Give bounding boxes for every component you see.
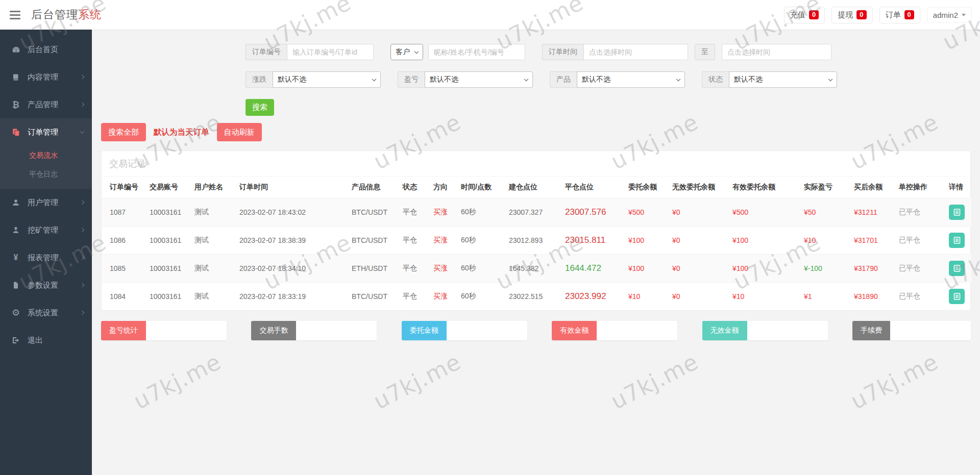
- logout-icon: [10, 336, 21, 344]
- main-content: 订单编号 客户 订单时间 至 涨跌默认不选盈亏默认不选产品默认不选状态默认不选: [92, 30, 980, 475]
- summary-row: 盈亏统计交易手数委托金额有效金额无效金额手续费: [101, 321, 971, 340]
- summary-label: 有效金额: [552, 321, 597, 340]
- header-stat-recharge[interactable]: 充值0: [784, 7, 825, 23]
- search-button[interactable]: 搜索: [246, 99, 274, 116]
- column-header: 用户姓名: [191, 177, 236, 198]
- filter-select-group: 盈亏默认不选: [398, 71, 533, 88]
- chevron-down-icon: [414, 49, 419, 54]
- title-accent: 系统: [78, 8, 102, 21]
- summary-input[interactable]: [747, 321, 828, 340]
- count-badge: 0: [809, 10, 819, 19]
- header-stat-order[interactable]: 订单0: [879, 7, 920, 23]
- params-icon: [10, 281, 21, 289]
- sidebar-item[interactable]: 内容管理: [0, 63, 92, 91]
- sidebar-subitem[interactable]: 平仓日志: [0, 165, 92, 184]
- title-primary: 后台管理: [31, 8, 78, 21]
- summary-label: 手续费: [852, 321, 890, 340]
- column-header: 委托余额: [625, 177, 669, 198]
- sidebar: 后台首页内容管理₿产品管理订单管理交易流水平仓日志用户管理挖矿管理¥报表管理参数…: [0, 30, 92, 475]
- user-icon: [10, 198, 21, 207]
- summary-label: 委托金额: [402, 321, 447, 340]
- column-header: 单控操作: [896, 177, 946, 198]
- chevron-icon: [80, 102, 84, 106]
- sidebar-item[interactable]: 后台首页: [0, 36, 92, 63]
- column-header: 建仓点位: [506, 177, 562, 198]
- search-all-button[interactable]: 搜索全部: [101, 123, 146, 141]
- auto-refresh-button[interactable]: 自动刷新: [217, 123, 262, 141]
- filter-area: 订单编号 客户 订单时间 至 涨跌默认不选盈亏默认不选产品默认不选状态默认不选: [246, 44, 971, 116]
- detail-button[interactable]: [949, 289, 965, 304]
- sidebar-item[interactable]: ₿产品管理: [0, 91, 92, 118]
- dashboard-icon: [10, 45, 21, 54]
- detail-button[interactable]: [949, 261, 965, 276]
- to-label: 至: [695, 44, 715, 60]
- table-row: 108410003161测试2023-02-07 18:33:19BTC/USD…: [102, 283, 971, 311]
- trade-table: 订单编号交易账号用户姓名订单时间产品信息状态方向时间/点数建仓点位平仓点位委托余…: [102, 177, 971, 310]
- user-menu[interactable]: admin2: [927, 7, 972, 23]
- sidebar-item[interactable]: 退出: [0, 327, 92, 354]
- sidebar-item[interactable]: 用户管理: [0, 189, 92, 216]
- chevron-icon: [80, 255, 84, 259]
- customer-type-select[interactable]: 客户: [390, 44, 423, 60]
- filter-select[interactable]: 默认不选: [273, 71, 381, 88]
- filter-select[interactable]: 默认不选: [729, 71, 837, 88]
- page-title: 后台管理系统: [31, 7, 102, 22]
- summary-group: 无效金额: [702, 321, 828, 340]
- chevron-down-icon: [524, 77, 528, 81]
- time-start-input[interactable]: [583, 44, 688, 60]
- sidebar-item[interactable]: 订单管理: [0, 118, 92, 146]
- sidebar-item[interactable]: 挖矿管理: [0, 216, 92, 244]
- detail-button[interactable]: [949, 205, 965, 220]
- summary-input[interactable]: [146, 321, 227, 340]
- sidebar-subitem[interactable]: 交易流水: [0, 146, 92, 165]
- count-badge: 0: [856, 10, 866, 19]
- menu-toggle-icon[interactable]: [8, 9, 22, 21]
- summary-input[interactable]: [890, 321, 971, 340]
- chevron-icon: [80, 200, 84, 204]
- card-title: 交易记录: [102, 151, 970, 177]
- header-stats: 充值0提现0订单0: [784, 7, 920, 23]
- customer-filter: 客户: [390, 44, 525, 60]
- summary-group: 委托金额: [402, 321, 527, 340]
- order-time-filter: 订单时间 至: [542, 44, 831, 60]
- bitcoin-icon: ₿: [10, 101, 21, 109]
- table-header-row: 订单编号交易账号用户姓名订单时间产品信息状态方向时间/点数建仓点位平仓点位委托余…: [102, 177, 971, 198]
- sidebar-item[interactable]: ⚙系统设置: [0, 299, 92, 327]
- action-row: 搜索全部 默认为当天订单 自动刷新: [101, 123, 971, 141]
- time-end-input[interactable]: [722, 44, 831, 60]
- detail-button[interactable]: [949, 233, 965, 248]
- summary-group: 交易手数: [251, 321, 377, 340]
- summary-input[interactable]: [597, 321, 677, 340]
- filter-select[interactable]: 默认不选: [425, 71, 533, 88]
- summary-input[interactable]: [296, 321, 377, 340]
- summary-label: 盈亏统计: [101, 321, 146, 340]
- column-header: 有效委托余额: [729, 177, 801, 198]
- today-default-label[interactable]: 默认为当天订单: [154, 127, 209, 138]
- column-header: 订单时间: [236, 177, 349, 198]
- header-stat-withdraw[interactable]: 提现0: [831, 7, 872, 23]
- order-no-filter: 订单编号: [246, 44, 374, 60]
- summary-input[interactable]: [447, 321, 527, 340]
- sidebar-item[interactable]: ¥报表管理: [0, 244, 92, 271]
- order-no-input[interactable]: [287, 44, 374, 60]
- sidebar-item[interactable]: 参数设置: [0, 271, 92, 299]
- filter-select-group: 产品默认不选: [550, 71, 685, 88]
- table-row: 108510003161测试2023-02-07 18:34:10ETH/USD…: [102, 255, 971, 283]
- customer-input[interactable]: [428, 44, 525, 60]
- column-header: 订单编号: [102, 177, 146, 198]
- filter-row-1: 订单编号 客户 订单时间 至: [246, 44, 971, 60]
- chevron-down-icon: [372, 77, 376, 81]
- filter-select-group: 状态默认不选: [702, 71, 837, 88]
- chevron-icon: [80, 310, 84, 314]
- miner-icon: [10, 226, 21, 234]
- filter-select[interactable]: 默认不选: [577, 71, 685, 88]
- user-name: admin2: [933, 11, 958, 19]
- content-icon: [10, 73, 21, 81]
- summary-label: 交易手数: [251, 321, 296, 340]
- column-header: 时间/点数: [458, 177, 506, 198]
- summary-group: 手续费: [852, 321, 971, 340]
- chevron-icon: [80, 283, 84, 287]
- order-no-label: 订单编号: [246, 44, 287, 60]
- chevron-down-icon: [828, 77, 832, 81]
- summary-group: 盈亏统计: [101, 321, 227, 340]
